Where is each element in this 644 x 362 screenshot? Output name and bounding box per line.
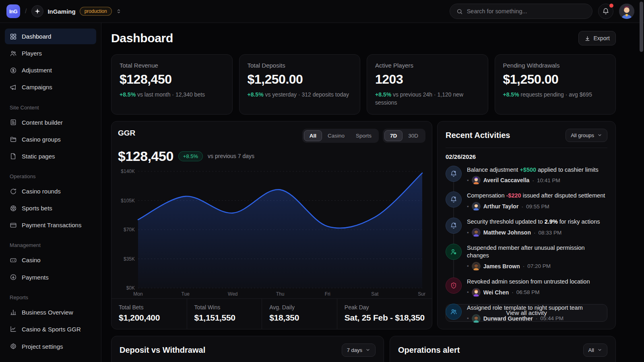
range-select[interactable]: 7 days bbox=[342, 343, 376, 357]
stat-percent: +8.5% bbox=[248, 91, 264, 98]
stat-value: $1,250.00 bbox=[503, 72, 608, 87]
chevrons-up-down-icon[interactable] bbox=[116, 8, 122, 14]
sidebar-item-label: Casino & Sports GGR bbox=[22, 326, 81, 333]
shield-alert-icon bbox=[446, 278, 462, 294]
tab-casino[interactable]: Casino bbox=[322, 130, 350, 141]
tab-30d[interactable]: 30D bbox=[402, 130, 424, 141]
file-text-icon bbox=[10, 119, 17, 126]
sidebar-item-label: Players bbox=[22, 50, 42, 57]
sidebar-item-project-settings[interactable]: Project settings bbox=[5, 338, 96, 354]
activity-meta: • Averil Caccavella · 10:41 PM bbox=[467, 176, 599, 185]
tab-sports[interactable]: Sports bbox=[350, 130, 377, 141]
sidebar-item-business-overview[interactable]: Business Overview bbox=[5, 304, 96, 320]
sidebar-item-label: Sports bets bbox=[22, 205, 52, 212]
avatar bbox=[472, 228, 481, 237]
avatar bbox=[472, 314, 481, 323]
sidebar-item-label: Casino rounds bbox=[22, 188, 61, 195]
sidebar-item-dashboard[interactable]: Dashboard bbox=[5, 29, 96, 44]
sidebar-item-content-builder[interactable]: Content builder bbox=[5, 115, 96, 130]
scrollbar-thumb[interactable] bbox=[640, 2, 643, 52]
stat-sub: +8.5% vs previous 24h · 1,120 new sessio… bbox=[375, 90, 480, 107]
chevron-down-icon bbox=[597, 348, 602, 352]
ggr-percent-badge: +8.5% bbox=[178, 151, 203, 161]
window-scrollbar[interactable] bbox=[640, 2, 643, 360]
activities-list: Balance adjustment +$500 applied to cash… bbox=[446, 166, 607, 304]
sidebar-item-casino-rounds[interactable]: Casino rounds bbox=[5, 183, 96, 199]
sidebar-item-players[interactable]: Players bbox=[5, 45, 96, 61]
recent-activities-panel: Recent Activities All groups 02/26/2026 … bbox=[437, 121, 616, 329]
sidebar-item-label: Casino bbox=[22, 257, 41, 263]
app-logo[interactable]: InG bbox=[6, 4, 20, 18]
sidebar-item-label: Dashboard bbox=[22, 33, 51, 40]
search-icon bbox=[456, 8, 463, 15]
sidebar-item-sports-bets[interactable]: Sports bets bbox=[5, 200, 96, 216]
activity-title: Compensation -$220 issued after disputed… bbox=[467, 192, 605, 200]
sidebar-item-campaigns[interactable]: Campaigns bbox=[5, 79, 96, 95]
activity-item[interactable]: Assigned role template to night support … bbox=[446, 304, 607, 323]
stat-percent: +8.5% bbox=[375, 91, 391, 98]
activity-item[interactable]: Balance adjustment +$500 applied to cash… bbox=[446, 166, 607, 185]
svg-text:$140K: $140K bbox=[121, 169, 135, 174]
sidebar-item-static-pages[interactable]: Static pages bbox=[5, 148, 96, 164]
ggr-title: GGR bbox=[118, 129, 135, 138]
ggr-stat-value: $18,350 bbox=[269, 313, 330, 323]
sidebar-item-casino-groups[interactable]: Casino groups bbox=[5, 132, 96, 147]
sparkle-icon bbox=[34, 8, 41, 14]
ggr-value: $128,450 bbox=[118, 148, 173, 164]
activity-time: 07:20 PM bbox=[527, 263, 551, 269]
activity-item[interactable]: Suspended member after unusual permissio… bbox=[446, 244, 607, 271]
stat-cards: Total Revenue $128,450 +8.5% vs last mon… bbox=[111, 54, 616, 115]
sidebar-item-casino-sports-ggr[interactable]: Casino & Sports GGR bbox=[5, 321, 96, 337]
stat-percent: +8.5% bbox=[120, 91, 136, 98]
sidebar-item-adjustment[interactable]: Adjustment bbox=[5, 62, 96, 78]
rotate-icon bbox=[10, 188, 17, 195]
tab-7d[interactable]: 7D bbox=[384, 130, 402, 141]
sidebar-item-payment-transactions[interactable]: Payment Transactions bbox=[5, 217, 96, 233]
search-bar[interactable] bbox=[450, 4, 592, 19]
bell-icon bbox=[602, 8, 609, 15]
avatar bbox=[472, 262, 481, 271]
credit-card-icon bbox=[10, 222, 17, 229]
search-input[interactable] bbox=[467, 8, 586, 14]
ggr-area-chart: $0K$35K$70K$105K$140KMonTueWedThuFriSatS… bbox=[118, 167, 425, 298]
ggr-stat-value: Sat, 25 Feb - $18,350 bbox=[345, 313, 425, 323]
notifications-button[interactable] bbox=[598, 4, 613, 19]
sidebar-section-management: Management bbox=[10, 242, 91, 248]
activity-item[interactable]: Security threshold updated to 2.9% for r… bbox=[446, 218, 607, 237]
ggr-stat-label: Avg. Daily bbox=[269, 304, 330, 311]
activity-item[interactable]: Compensation -$220 issued after disputed… bbox=[446, 191, 607, 211]
activity-user: Matthew Johnson bbox=[483, 229, 531, 236]
alert-filter-select[interactable]: All bbox=[583, 343, 607, 357]
stat-value: 1203 bbox=[375, 72, 480, 87]
stat-sub: +8.5% vs last month · 12,340 bets bbox=[120, 90, 224, 99]
stat-label: Total Revenue bbox=[120, 62, 224, 69]
operations-panel-title: Operations alert bbox=[398, 346, 460, 355]
activity-item[interactable]: Revoked admin session from untrusted loc… bbox=[446, 278, 607, 297]
org-switcher[interactable]: InGaming production bbox=[31, 5, 121, 17]
stat-card-total-deposits: Total Deposits $1,250.00 +8.5% vs yester… bbox=[239, 54, 361, 115]
dashboard-icon bbox=[10, 33, 17, 40]
page-title: Dashboard bbox=[111, 31, 173, 45]
sidebar-item-casino[interactable]: Casino bbox=[5, 252, 96, 268]
export-button[interactable]: Export bbox=[578, 31, 616, 45]
ggr-panel: GGR All Casino Sports 7D 30D $128,450 +8… bbox=[111, 121, 432, 329]
stat-percent: +8.5% bbox=[503, 91, 519, 98]
bell-icon bbox=[446, 191, 462, 208]
sidebar-item-label: Business Overview bbox=[22, 309, 73, 316]
activities-date: 02/26/2026 bbox=[446, 153, 607, 160]
ggr-stats-row: Total Bets $1,200,400 Total Wins $1,151,… bbox=[111, 298, 432, 329]
activity-time: 08:33 PM bbox=[538, 230, 561, 236]
org-name: InGaming bbox=[47, 8, 75, 15]
ggr-stat-avg-daily: Avg. Daily $18,350 bbox=[262, 299, 337, 329]
activity-time: 06:58 PM bbox=[516, 289, 540, 295]
chevron-down-icon bbox=[597, 133, 602, 138]
folder-icon bbox=[10, 136, 17, 143]
user-avatar[interactable] bbox=[619, 4, 634, 19]
groups-filter-select[interactable]: All groups bbox=[566, 129, 607, 142]
tab-all[interactable]: All bbox=[304, 130, 322, 141]
ggr-stat-label: Peak Day bbox=[345, 304, 425, 311]
sidebar-item-payments[interactable]: Payments bbox=[5, 269, 96, 285]
stat-sub: +8.5% vs yesterday · 312 deposits today bbox=[248, 90, 352, 99]
sidebar: Dashboard Players Adjustment Campaigns S… bbox=[0, 23, 101, 362]
ggr-stat-value: $1,151,550 bbox=[194, 313, 255, 323]
